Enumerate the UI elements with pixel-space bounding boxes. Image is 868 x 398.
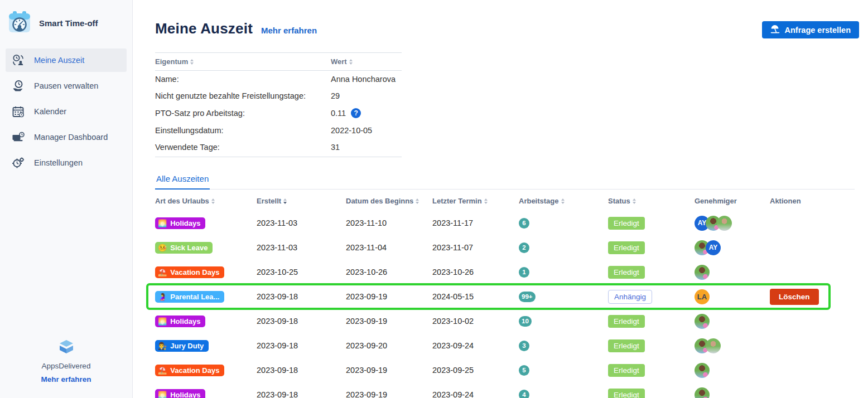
- calendar-icon: [10, 104, 26, 119]
- appsdelivered-brand: AppsDelivered: [42, 362, 91, 370]
- column-header-erstellt[interactable]: Erstellt: [257, 197, 346, 205]
- sort-up-arrow: [283, 198, 287, 201]
- cell-approvers: [695, 314, 770, 329]
- tab-bar: Alle Auszeiten: [155, 174, 855, 190]
- approver-photo-avatar: [717, 216, 732, 231]
- column-header-arbeitstage[interactable]: Arbeitstage: [519, 197, 608, 205]
- sort-down-arrow: [349, 62, 353, 65]
- column-header-label: Art des Urlaubs: [155, 197, 209, 205]
- workdays-pill: 6: [519, 218, 529, 229]
- property-value: Anna Honcharova: [331, 75, 402, 84]
- pregnant-woman-emoji: 🤰: [158, 293, 167, 300]
- properties-header: EigentumWert: [155, 52, 402, 71]
- cell-leave-type: 🌅Holidays: [155, 217, 257, 229]
- approver-photo-avatar: [695, 363, 710, 378]
- approver-avatars: AY: [695, 216, 770, 231]
- sidebar-item-manager-dashboard[interactable]: Manager Dashboard: [6, 125, 127, 149]
- app-root: Smart Time-off Meine AuszeitPausen verwa…: [0, 0, 868, 398]
- delete-button[interactable]: Löschen: [770, 289, 819, 305]
- cell-status: Erledigt: [608, 241, 695, 254]
- create-request-button[interactable]: Anfrage erstellen: [762, 21, 859, 38]
- leave-type-label: Holidays: [170, 219, 200, 227]
- cell-status: Anhängig: [608, 290, 695, 304]
- timeoff-row: ⛱️Vacation Days2023-09-182023-09-192023-…: [155, 358, 855, 382]
- learn-more-link[interactable]: Mehr erfahren: [261, 26, 317, 35]
- property-row: Name:Anna Honcharova: [155, 71, 402, 88]
- column-header-status[interactable]: Status: [608, 197, 695, 205]
- sort-down-arrow: [283, 202, 287, 204]
- sidebar-item-label: Meine Auszeit: [34, 56, 84, 65]
- approver-photo-avatar: [695, 387, 710, 398]
- column-header-art-des-urlaubs[interactable]: Art des Urlaubs: [155, 197, 257, 205]
- sort-up-arrow: [190, 59, 194, 61]
- sidebar-item-kalender[interactable]: Kalender: [6, 100, 127, 123]
- timeoff-row: 🌅Holidays2023-09-182023-09-192023-09-244…: [155, 382, 855, 398]
- leave-type-badge: 🤰Parental Lea...: [155, 291, 224, 303]
- column-header-letzter-termin[interactable]: Letzter Termin: [432, 197, 519, 205]
- sidebar-item-einstellungen[interactable]: Einstellungen: [6, 151, 127, 174]
- tab-alle-auszeiten[interactable]: Alle Auszeiten: [155, 174, 210, 190]
- column-header-datum-des-beginns[interactable]: Datum des Beginns: [346, 197, 432, 205]
- cell-workdays: 1: [519, 267, 608, 278]
- properties-column-wert[interactable]: Wert: [331, 57, 402, 66]
- sidebar-item-label: Pausen verwalten: [34, 81, 98, 90]
- cell-status: Erledigt: [608, 339, 695, 352]
- status-badge: Erledigt: [608, 315, 645, 328]
- property-value: 0.11?: [331, 108, 402, 118]
- leave-type-badge: ⛱️Vacation Days: [155, 365, 224, 376]
- properties-column-eigentum[interactable]: Eigentum: [155, 57, 331, 66]
- leave-type-label: Holidays: [170, 317, 200, 326]
- cell-end-date: 2023-09-25: [432, 366, 519, 375]
- sidebar-learn-more-link[interactable]: Mehr erfahren: [41, 375, 91, 384]
- workdays-pill: 2: [519, 242, 529, 253]
- leave-type-label: Vacation Days: [170, 366, 219, 375]
- cell-workdays: 4: [519, 390, 608, 398]
- column-header-label: Arbeitstage: [519, 197, 559, 205]
- cell-start-date: 2023-09-19: [346, 317, 432, 326]
- property-label: Einstellungsdatum:: [155, 126, 331, 135]
- workdays-pill: 1: [519, 267, 529, 278]
- cell-approvers: LA: [695, 289, 770, 304]
- property-row: PTO-Satz pro Arbeitstag:0.11?: [155, 104, 402, 122]
- approver-avatars: [695, 265, 770, 280]
- column-header-label: Genehmiger: [695, 197, 737, 205]
- approver-avatars: [695, 314, 770, 329]
- question-mark-icon[interactable]: ?: [351, 108, 361, 118]
- timeoff-row: 🤒Sick Leave2023-11-032023-11-042023-11-0…: [155, 235, 855, 260]
- timeoff-table-header: Art des UrlaubsErstelltDatum des Beginns…: [155, 190, 855, 211]
- cell-leave-type: 🌅Holidays: [155, 389, 257, 398]
- cell-leave-type: ⛱️Vacation Days: [155, 266, 257, 278]
- sort-icon: [484, 198, 488, 204]
- leave-type-badge: ⛱️Vacation Days: [155, 266, 224, 278]
- cell-workdays: 2: [519, 242, 608, 253]
- approver-initials-avatar: LA: [695, 289, 710, 304]
- sunrise-emoji: 🌅: [158, 220, 167, 227]
- sidebar-item-label: Manager Dashboard: [34, 133, 108, 142]
- judge-emoji: 👨‍⚖️: [158, 342, 167, 350]
- beach-umbrella-emoji: ⛱️: [158, 367, 167, 374]
- sidebar-item-pausen-verwalten[interactable]: Pausen verwalten: [6, 74, 127, 98]
- cell-workdays: 3: [519, 341, 608, 351]
- properties-rows: Name:Anna HoncharovaNicht genutzte bezah…: [155, 71, 402, 157]
- sort-icon: [633, 198, 636, 204]
- cell-end-date: 2023-11-07: [432, 243, 519, 252]
- cell-status: Erledigt: [608, 389, 695, 398]
- sort-icon: [211, 198, 215, 204]
- cell-leave-type: ⛱️Vacation Days: [155, 365, 257, 376]
- property-label: Name:: [155, 75, 331, 84]
- status-badge[interactable]: Anhängig: [608, 290, 652, 304]
- property-value-text: 31: [331, 143, 340, 152]
- column-header-aktionen: Aktionen: [770, 197, 855, 205]
- sidebar-item-meine-auszeit[interactable]: Meine Auszeit: [6, 48, 127, 72]
- sort-down-arrow: [633, 202, 636, 204]
- timeoff-row: 👨‍⚖️Jury Duty2023-09-182023-09-202023-09…: [155, 333, 855, 358]
- cell-workdays: 10: [519, 316, 608, 327]
- sort-down-arrow: [190, 62, 194, 65]
- sort-up-arrow: [484, 198, 488, 201]
- sort-icon: [190, 59, 194, 65]
- cell-status: Erledigt: [608, 364, 695, 377]
- cell-start-date: 2023-09-19: [346, 390, 432, 398]
- timeoff-row: 🌅Holidays2023-09-182023-09-192023-10-021…: [155, 309, 855, 333]
- cell-leave-type: 🤰Parental Lea...: [155, 291, 257, 303]
- approver-avatars: [695, 387, 770, 398]
